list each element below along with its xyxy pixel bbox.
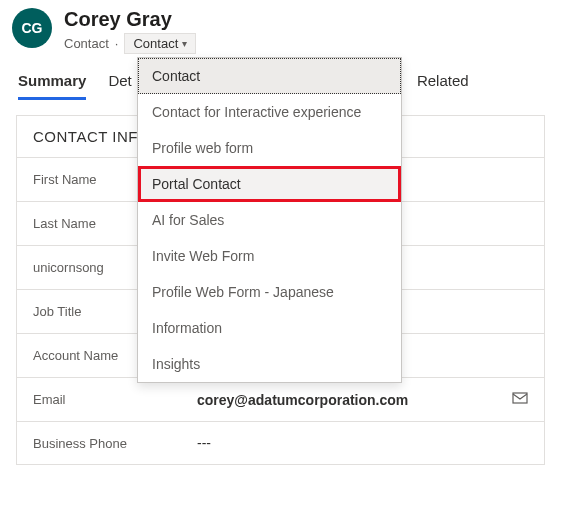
entity-label: Contact (64, 36, 109, 51)
separator-dot: · (115, 36, 119, 51)
title-block: Corey Gray Contact · Contact ▾ (64, 8, 196, 54)
page-title: Corey Gray (64, 8, 196, 31)
form-selector-dropdown: Contact Contact for Interactive experien… (137, 57, 402, 383)
avatar: CG (12, 8, 52, 48)
send-email-icon[interactable] (512, 391, 528, 408)
dd-item-portal-contact[interactable]: Portal Contact (138, 166, 401, 202)
form-selector-label: Contact (133, 36, 178, 51)
dd-item-information[interactable]: Information (138, 310, 401, 346)
dd-item-insights[interactable]: Insights (138, 346, 401, 382)
subtitle-row: Contact · Contact ▾ (64, 33, 196, 54)
label-email: Email (33, 392, 193, 407)
dd-item-profile-web-form-jp[interactable]: Profile Web Form - Japanese (138, 274, 401, 310)
field-business-phone[interactable]: Business Phone --- (17, 421, 544, 465)
chevron-down-icon: ▾ (182, 38, 187, 49)
dd-item-contact-interactive[interactable]: Contact for Interactive experience (138, 94, 401, 130)
tab-summary[interactable]: Summary (18, 72, 86, 100)
dd-item-ai-for-sales[interactable]: AI for Sales (138, 202, 401, 238)
value-email[interactable]: corey@adatumcorporation.com (193, 392, 512, 408)
label-business-phone: Business Phone (33, 436, 193, 451)
dd-item-profile-web-form[interactable]: Profile web form (138, 130, 401, 166)
form-selector-button[interactable]: Contact ▾ (124, 33, 196, 54)
field-email[interactable]: Email corey@adatumcorporation.com (17, 377, 544, 421)
dd-item-contact[interactable]: Contact (138, 58, 401, 94)
value-business-phone[interactable]: --- (193, 435, 528, 451)
tab-details[interactable]: Det (108, 72, 131, 100)
svg-rect-5 (513, 393, 527, 403)
dd-item-invite-web-form[interactable]: Invite Web Form (138, 238, 401, 274)
tab-related[interactable]: Related (417, 72, 469, 100)
record-header: CG Corey Gray Contact · Contact ▾ (0, 0, 561, 58)
